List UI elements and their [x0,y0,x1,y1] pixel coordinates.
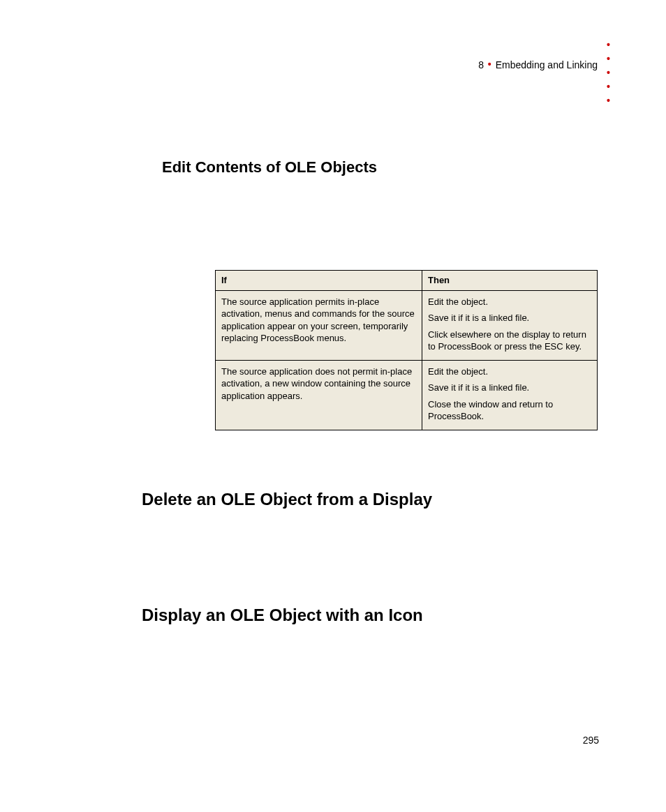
then-line: Edit the object. [428,366,591,378]
bullet-dot-icon: • [607,80,610,93]
col-header-if: If [216,271,422,291]
cell-then: Edit the object. Save it if it is a link… [422,290,598,360]
cell-then: Edit the object. Save it if it is a link… [422,360,598,430]
bullet-dot-icon: • [607,52,610,66]
then-line: Edit the object. [428,296,591,308]
heading-edit-contents: Edit Contents of OLE Objects [162,158,377,176]
decorative-dot-column: • • • • • [607,38,610,107]
chapter-number: 8 [478,59,484,70]
document-page: • • • • • 8 • Embedding and Linking Edit… [0,0,666,812]
bullet-dot-icon: • [607,66,610,80]
heading-delete-ole: Delete an OLE Object from a Display [142,490,432,509]
bullet-dot-icon: • [487,59,493,70]
heading-display-ole-icon: Display an OLE Object with an Icon [142,606,423,625]
then-line: Click elsewhere on the display to return… [428,329,591,353]
bullet-dot-icon: • [607,38,610,52]
table-row: The source application permits in-place … [216,290,598,360]
table-header-row: If Then [216,271,598,291]
table-row: The source application does not permit i… [216,360,598,430]
col-header-then: Then [422,271,598,291]
running-header: 8 • Embedding and Linking [478,60,598,70]
cell-if: The source application does not permit i… [216,360,422,430]
ole-edit-table: If Then The source application permits i… [215,270,598,430]
page-number: 295 [583,735,599,746]
then-line: Close the window and return to ProcessBo… [428,398,591,423]
cell-if: The source application permits in-place … [216,290,422,360]
then-line: Save it if it is a linked file. [428,382,591,394]
then-line: Save it if it is a linked file. [428,312,591,324]
chapter-title: Embedding and Linking [496,59,598,70]
bullet-dot-icon: • [607,93,610,107]
